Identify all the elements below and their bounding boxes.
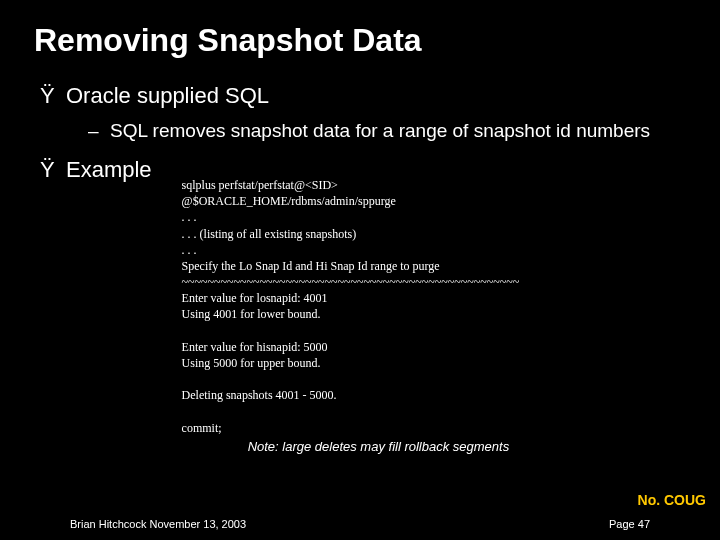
code-line: . . . [182, 243, 197, 257]
code-line: Deleting snapshots 4001 - 5000. [182, 388, 337, 402]
logo-text: No. COUG [638, 492, 706, 508]
code-line: . . . [182, 210, 197, 224]
bullet-2: –SQL removes snapshot data for a range o… [40, 119, 680, 143]
bullet-1-text: Oracle supplied SQL [66, 83, 269, 108]
code-block: sqlplus perfstat/perfstat@<SID> @$ORACLE… [152, 157, 520, 488]
bullet-3-text: Example [66, 157, 152, 182]
bullet-3: ŸExample [40, 157, 152, 183]
bullet-mark: Ÿ [40, 83, 66, 109]
code-line: @$ORACLE_HOME/rdbms/admin/sppurge [182, 194, 396, 208]
code-line: Using 5000 for upper bound. [182, 356, 321, 370]
bullet-1: ŸOracle supplied SQL [40, 83, 680, 109]
code-line: Enter value for losnapid: 4001 [182, 291, 328, 305]
code-line: sqlplus perfstat/perfstat@<SID> [182, 178, 338, 192]
code-line: ~~~~~~~~~~~~~~~~~~~~~~~~~~~~~~~~~~~~~~~~… [182, 275, 520, 289]
slide-content: ŸOracle supplied SQL –SQL removes snapsh… [0, 59, 720, 488]
footer-right: Page 47 [609, 518, 650, 530]
bullet-dash: – [88, 119, 110, 143]
footer: Brian Hitchcock November 13, 2003 Page 4… [0, 518, 720, 530]
code-line: . . . (listing of all existing snapshots… [182, 227, 357, 241]
note-text: Note: large deletes may fill rollback se… [182, 438, 520, 456]
code-line: commit; [182, 421, 222, 435]
code-line: Enter value for hisnapid: 5000 [182, 340, 328, 354]
slide-title: Removing Snapshot Data [0, 0, 720, 59]
bullet-mark: Ÿ [40, 157, 66, 183]
footer-left: Brian Hitchcock November 13, 2003 [70, 518, 246, 530]
code-line: Using 4001 for lower bound. [182, 307, 321, 321]
bullet-2-text: SQL removes snapshot data for a range of… [110, 120, 650, 141]
code-line: Specify the Lo Snap Id and Hi Snap Id ra… [182, 259, 440, 273]
